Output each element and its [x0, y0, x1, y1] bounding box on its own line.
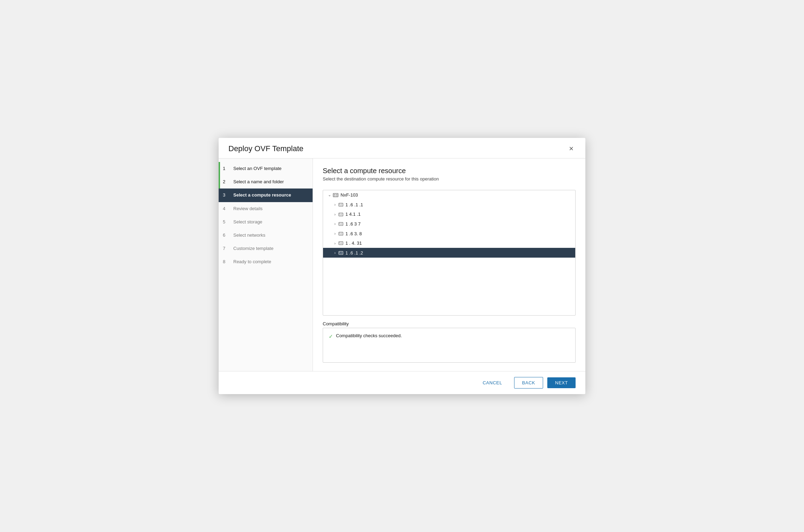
- child-label: 1 4.1 .1: [345, 212, 360, 217]
- svg-rect-8: [341, 205, 342, 205]
- step-label: Select a name and folder: [233, 179, 284, 185]
- close-button[interactable]: ×: [567, 144, 576, 153]
- child-label: 1 .6 3 7: [345, 221, 360, 227]
- svg-rect-15: [339, 222, 343, 226]
- sidebar-item-step-1[interactable]: 1 Select an OVF template: [219, 162, 313, 175]
- svg-rect-4: [336, 195, 337, 196]
- child-label: 1 . 4. 31: [345, 241, 362, 246]
- step-number: 5: [223, 219, 231, 224]
- step-number: 1: [223, 165, 231, 171]
- child-label: 1 .6 3. 8: [345, 231, 362, 236]
- step-label: Select an OVF template: [233, 165, 282, 172]
- step-label: Customize template: [233, 245, 273, 252]
- sidebar-item-step-2[interactable]: 2 Select a name and folder: [219, 175, 313, 189]
- step-label: Select storage: [233, 219, 262, 225]
- step-number: 3: [223, 192, 231, 198]
- chevron-right-icon: ›: [332, 202, 338, 207]
- compatibility-label: Compatibility: [323, 321, 576, 326]
- svg-rect-21: [339, 232, 341, 234]
- next-button[interactable]: NEXT: [547, 377, 576, 388]
- chevron-right-icon: ›: [332, 222, 338, 226]
- modal-title: Deploy OVF Template: [228, 144, 304, 153]
- step-label: Select a compute resource: [233, 192, 291, 198]
- compatibility-message: Compatibility checks succeeded.: [336, 333, 402, 338]
- deploy-ovf-modal: Deploy OVF Template × 1 Select an OVF te…: [219, 138, 585, 394]
- chevron-right-icon: ›: [332, 231, 338, 236]
- sidebar-item-step-4: 4 Review details: [219, 202, 313, 215]
- tree-node-child-0[interactable]: › 1 .6 .1 .1: [323, 200, 575, 210]
- chevron-down-icon: ⌄: [327, 193, 332, 197]
- content-title: Select a compute resource: [323, 167, 576, 175]
- tree-node-child-5[interactable]: › 1 .6 .1 .2: [323, 248, 575, 258]
- svg-rect-10: [339, 213, 343, 216]
- tree-node-child-1[interactable]: › 1 4.1 .1: [323, 209, 575, 219]
- step-label: Review details: [233, 206, 263, 212]
- svg-rect-24: [339, 234, 343, 234]
- host-icon: [338, 202, 343, 208]
- svg-rect-34: [339, 253, 343, 253]
- chevron-right-icon: ›: [332, 212, 338, 216]
- svg-rect-27: [341, 242, 343, 243]
- svg-rect-3: [334, 195, 335, 196]
- sidebar-item-step-6: 6 Select networks: [219, 229, 313, 242]
- svg-rect-1: [334, 194, 335, 195]
- svg-rect-20: [339, 232, 343, 235]
- tree-node-child-2[interactable]: › 1 .6 3 7: [323, 219, 575, 229]
- svg-rect-26: [339, 242, 341, 243]
- svg-rect-23: [341, 233, 342, 234]
- svg-rect-30: [339, 251, 343, 254]
- modal-body: 1 Select an OVF template 2 Select a name…: [219, 158, 585, 371]
- tree-node-child-3[interactable]: › 1 .6 3. 8: [323, 229, 575, 238]
- child-label: 1 .6 .1 .2: [345, 250, 363, 256]
- svg-rect-11: [339, 213, 341, 214]
- svg-rect-28: [341, 243, 342, 243]
- cluster-icon: [333, 192, 338, 198]
- tree-root[interactable]: ⌄ NxF-103: [323, 190, 575, 200]
- svg-rect-18: [341, 224, 342, 224]
- host-icon: [338, 212, 343, 217]
- sidebar-item-step-7: 7 Customize template: [219, 242, 313, 255]
- modal-header: Deploy OVF Template ×: [219, 138, 585, 158]
- host-icon: [338, 250, 343, 256]
- host-icon: [338, 241, 343, 246]
- cancel-button[interactable]: CANCEL: [475, 377, 510, 388]
- svg-rect-17: [341, 223, 343, 223]
- chevron-right-icon: ›: [332, 251, 338, 255]
- compatibility-section: Compatibility ✓ Compatibility checks suc…: [323, 321, 576, 363]
- modal-footer: CANCEL BACK NEXT: [219, 371, 585, 394]
- svg-rect-12: [341, 213, 343, 214]
- svg-rect-25: [339, 242, 343, 245]
- step-number: 6: [223, 232, 231, 238]
- step-number: 8: [223, 259, 231, 264]
- svg-rect-19: [339, 224, 343, 225]
- compute-resource-tree[interactable]: ⌄ NxF-103 › 1 .6 .1 .1 ›: [323, 190, 576, 316]
- svg-rect-22: [341, 232, 343, 233]
- step-label: Select networks: [233, 232, 265, 238]
- host-icon: [338, 231, 343, 236]
- step-number: 2: [223, 179, 231, 184]
- svg-rect-29: [339, 244, 343, 244]
- step-number: 4: [223, 206, 231, 211]
- svg-rect-7: [341, 204, 343, 204]
- back-button[interactable]: BACK: [514, 377, 543, 389]
- svg-rect-31: [339, 252, 341, 253]
- compatibility-box: ✓ Compatibility checks succeeded.: [323, 328, 576, 363]
- host-icon: [338, 221, 343, 227]
- main-content: Select a compute resource Select the des…: [313, 158, 585, 371]
- sidebar-item-step-8: 8 Ready to complete: [219, 255, 313, 268]
- step-label: Ready to complete: [233, 259, 271, 265]
- sidebar: 1 Select an OVF template 2 Select a name…: [219, 158, 313, 371]
- svg-rect-2: [336, 194, 337, 195]
- svg-rect-13: [341, 214, 342, 214]
- check-icon: ✓: [329, 333, 333, 340]
- svg-rect-16: [339, 223, 341, 224]
- chevron-right-icon: ›: [332, 241, 338, 245]
- sidebar-item-step-5: 5 Select storage: [219, 215, 313, 229]
- step-number: 7: [223, 245, 231, 251]
- sidebar-item-step-3[interactable]: 3 Select a compute resource: [219, 189, 313, 202]
- tree-node-child-4[interactable]: › 1 . 4. 31: [323, 238, 575, 248]
- content-subtitle: Select the destination compute resource …: [323, 176, 576, 182]
- svg-rect-6: [339, 204, 341, 205]
- svg-rect-33: [341, 252, 342, 253]
- child-label: 1 .6 .1 .1: [345, 202, 363, 207]
